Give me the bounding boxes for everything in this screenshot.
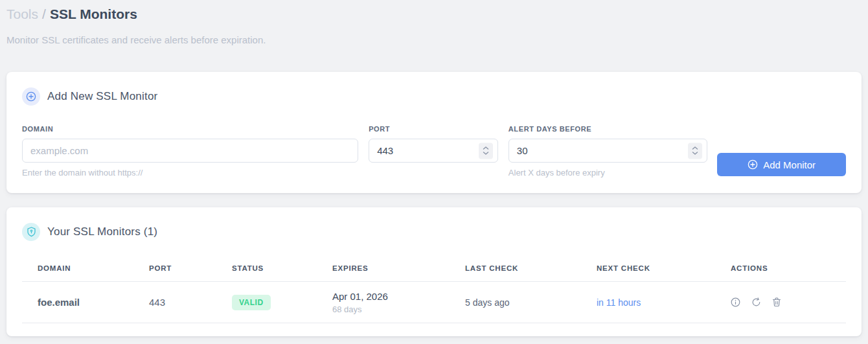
add-monitor-button[interactable]: Add Monitor [717,153,846,176]
column-header-expires: EXPIRES [317,264,450,282]
column-header-port: PORT [133,264,216,282]
domain-helper-text: Enter the domain without https:// [22,168,358,178]
page-subtitle: Monitor SSL certificates and receive ale… [6,34,862,45]
domain-field-group: DOMAIN Enter the domain without https:// [22,125,358,178]
port-label: PORT [369,125,498,133]
domain-label: DOMAIN [22,125,358,133]
add-monitor-card-header: Add New SSL Monitor [22,87,846,106]
refresh-icon [751,297,761,307]
column-header-actions: ACTIONS [715,264,846,282]
monitor-actions-cell [715,282,846,323]
alert-days-helper-text: Alert X days before expiry [508,168,708,178]
status-badge: VALID [232,295,271,310]
column-header-last-check: LAST CHECK [450,264,581,282]
monitors-list-title: Your SSL Monitors (1) [47,225,157,238]
table-header-row: DOMAIN PORT STATUS EXPIRES LAST CHECK NE… [22,264,846,282]
plus-circle-icon [748,159,758,170]
info-button[interactable] [731,297,740,307]
add-monitor-title: Add New SSL Monitor [47,90,157,103]
chevron-down-icon [483,152,489,155]
plus-circle-icon [22,87,40,106]
monitor-last-check: 5 days ago [450,282,581,323]
monitor-expires-cell: Apr 01, 2026 68 days [317,282,450,323]
ssl-monitors-page: Tools/SSL Monitors Monitor SSL certifica… [0,0,868,336]
expires-days-remaining: 68 days [332,304,450,314]
monitors-card-header: Your SSL Monitors (1) [22,223,846,241]
alert-days-input[interactable] [508,139,708,163]
refresh-button[interactable] [751,297,761,307]
alert-days-label: ALERT DAYS BEFORE [508,125,708,133]
monitor-port: 443 [133,282,216,323]
port-field-group: PORT [369,125,498,163]
breadcrumb: Tools/SSL Monitors [6,5,862,23]
column-header-next-check: NEXT CHECK [581,264,715,282]
alert-days-field-group: ALERT DAYS BEFORE Alert X days before ex… [508,125,708,178]
domain-input[interactable] [22,139,358,163]
expires-date: Apr 01, 2026 [332,291,450,302]
add-monitor-card: Add New SSL Monitor DOMAIN Enter the dom… [6,72,862,193]
monitors-list-card: Your SSL Monitors (1) DOMAIN PORT STATUS… [6,207,862,336]
page-title: SSL Monitors [50,6,137,21]
add-monitor-form: DOMAIN Enter the domain without https://… [22,125,846,178]
port-stepper[interactable] [479,143,493,159]
breadcrumb-tools-link[interactable]: Tools [6,6,38,21]
monitor-next-check: in 11 hours [581,282,715,323]
trash-icon [772,297,781,307]
chevron-up-icon [483,146,489,150]
monitors-table: DOMAIN PORT STATUS EXPIRES LAST CHECK NE… [22,264,846,323]
monitor-status-cell: VALID [216,282,317,323]
breadcrumb-separator: / [42,6,46,21]
monitor-domain: foe.email [22,282,133,323]
shield-icon [22,223,40,241]
add-monitor-button-label: Add Monitor [763,159,816,170]
column-header-domain: DOMAIN [22,264,133,282]
column-header-status: STATUS [216,264,317,282]
info-icon [731,297,740,307]
delete-button[interactable] [772,297,781,307]
chevron-up-icon [692,146,698,150]
table-row: foe.email 443 VALID Apr 01, 2026 68 days… [22,282,846,323]
chevron-down-icon [692,152,698,155]
alert-days-stepper[interactable] [688,143,702,159]
